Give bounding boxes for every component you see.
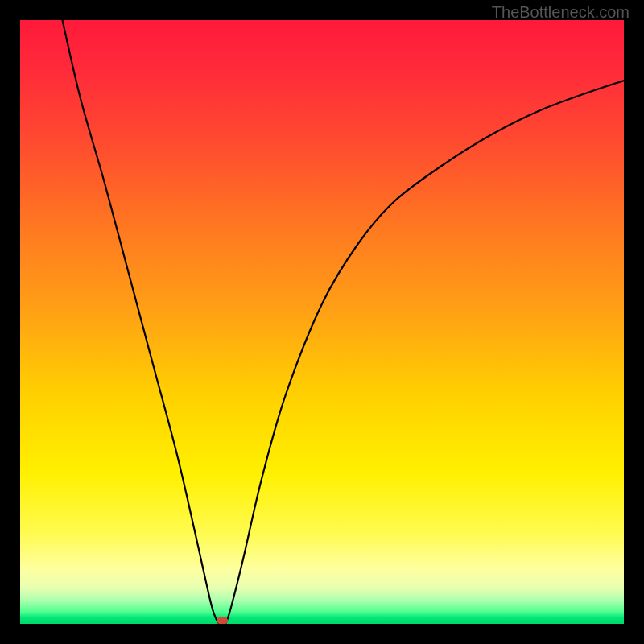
bottleneck-curve — [63, 20, 625, 624]
watermark-text: TheBottleneck.com — [492, 3, 630, 22]
optimal-point-marker — [217, 617, 228, 624]
chart-plot-area — [20, 20, 624, 624]
chart-svg — [20, 20, 624, 624]
